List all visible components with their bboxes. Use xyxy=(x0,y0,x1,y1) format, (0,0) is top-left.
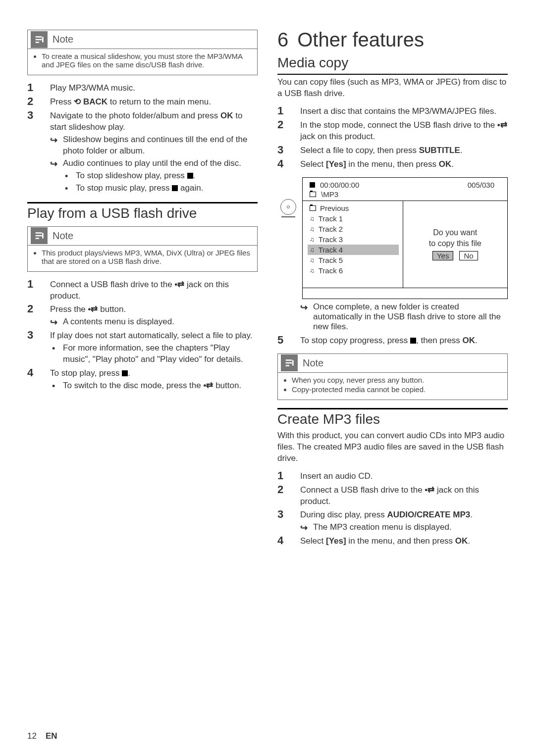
create-mp3-intro: With this product, you can convert audio… xyxy=(277,430,508,464)
screen-path: \MP3 xyxy=(321,190,338,199)
prompt-line: Do you want xyxy=(433,228,477,237)
note-box-copy: Note When you copy, never press any butt… xyxy=(277,353,508,400)
list-item: ♫Track 5 xyxy=(310,255,399,265)
list-item: ♫Track 1 xyxy=(310,213,399,224)
stop-icon xyxy=(410,338,416,344)
step-text: If play does not start automatically, se… xyxy=(50,329,258,365)
folder-icon xyxy=(310,192,316,197)
disc-shape-icon xyxy=(277,177,299,217)
stop-icon xyxy=(187,173,193,179)
note-icon xyxy=(281,354,298,371)
yes-button: Yes xyxy=(432,251,453,260)
usb-steps: 1Connect a USB flash drive to the •⇄ jac… xyxy=(27,278,258,392)
left-column: Note To create a musical slideshow, you … xyxy=(27,30,258,716)
note-item: Copy-protected media cannot be copied. xyxy=(292,385,501,394)
list-item-selected: ♫Track 4 xyxy=(308,245,399,255)
note-icon xyxy=(31,227,48,244)
step-text: Select [Yes] in the menu, then press OK. xyxy=(300,157,508,170)
page-language: EN xyxy=(46,731,57,741)
screen-track-list: Previous ♫Track 1 ♫Track 2 ♫Track 3 ♫Tra… xyxy=(303,201,403,288)
sub-arrow: Once complete, a new folder is created a… xyxy=(300,302,508,332)
create-mp3-heading: Create MP3 files xyxy=(277,408,508,427)
media-copy-heading: Media copy xyxy=(277,55,508,75)
right-column: 6Other features Media copy You can copy … xyxy=(277,30,508,716)
note-label: Note xyxy=(53,230,73,242)
step-text: Insert a disc that contains the MP3/WMA/… xyxy=(300,104,508,117)
sub-arrow: A contents menu is displayed. xyxy=(50,316,258,328)
usb-icon: •⇄ xyxy=(88,304,98,315)
step-text: During disc play, press AUDIO/CREATE MP3… xyxy=(300,508,508,533)
create-mp3-steps: 1Insert an audio CD. 2Connect a USB flas… xyxy=(277,469,508,548)
step-text: Connect a USB flash drive to the •⇄ jack… xyxy=(50,278,258,302)
sub-arrow: Slideshow begins and continues till the … xyxy=(50,134,258,157)
note-item: To create a musical slideshow, you must … xyxy=(42,52,251,69)
list-item: ♫Track 6 xyxy=(310,265,399,276)
no-button: No xyxy=(459,251,478,260)
page-number: 12 xyxy=(27,731,37,741)
note-item: When you copy, never press any button. xyxy=(292,376,501,384)
sub-bullet: To stop slideshow play, press . xyxy=(50,170,258,182)
step-text: Select [Yes] in the menu, and then press… xyxy=(300,534,508,547)
list-item: Previous xyxy=(310,203,399,213)
stop-icon xyxy=(122,370,128,376)
usb-icon: •⇄ xyxy=(425,485,434,496)
step-text: In the stop mode, connect the USB flash … xyxy=(300,118,508,143)
step-text: Play MP3/WMA music. xyxy=(50,81,258,94)
stop-icon xyxy=(172,185,178,191)
prompt-line: to copy this file xyxy=(429,239,482,248)
step-text: To stop play, press . To switch to the d… xyxy=(50,366,258,392)
chapter-heading: 6Other features xyxy=(277,29,508,51)
media-copy-steps: 1Insert a disc that contains the MP3/WMA… xyxy=(277,104,508,170)
step-text: Navigate to the photo folder/album and p… xyxy=(50,109,258,194)
usb-icon: •⇄ xyxy=(497,120,507,131)
step-text: Select a file to copy, then press SUBTIT… xyxy=(300,144,508,156)
music-note-icon: ♫ xyxy=(310,256,315,264)
page-footer: 12 EN xyxy=(27,716,508,741)
music-note-icon: ♫ xyxy=(310,236,315,243)
usb-icon: •⇄ xyxy=(174,279,184,291)
screen-panel: 00:00/00:00 005/030 \MP3 Previous ♫Track… xyxy=(302,177,508,299)
back-icon: ⟲ xyxy=(74,97,81,108)
music-note-icon: ♫ xyxy=(310,246,315,253)
step-text: Press the •⇄ button. A contents menu is … xyxy=(50,302,258,328)
sub-bullet: To stop music play, press again. xyxy=(50,183,258,194)
media-copy-intro: You can copy files (such as MP3, WMA or … xyxy=(277,77,508,100)
screen-illustration: 00:00/00:00 005/030 \MP3 Previous ♫Track… xyxy=(277,177,508,299)
list-item: ♫Track 2 xyxy=(310,224,399,234)
sub-arrow: The MP3 creation menu is displayed. xyxy=(300,522,508,533)
slideshow-steps: 1Play MP3/WMA music. 2Press ⟲ BACK to re… xyxy=(27,81,258,194)
sub-arrow: Audio continues to play until the end of… xyxy=(50,158,258,169)
screen-prompt: Do you want to copy this file Yes No xyxy=(403,201,507,288)
music-note-icon: ♫ xyxy=(310,225,315,233)
screen-time: 00:00/00:00 xyxy=(320,181,359,189)
step-text: Insert an audio CD. xyxy=(300,469,508,482)
note-icon xyxy=(31,31,48,48)
list-item: ♫Track 3 xyxy=(310,234,399,245)
usb-icon: •⇄ xyxy=(203,380,213,392)
usb-heading: Play from a USB flash drive xyxy=(27,202,258,221)
step-text: Press ⟲ BACK to return to the main menu. xyxy=(50,95,258,108)
note-box-slideshow: Note To create a musical slideshow, you … xyxy=(27,30,258,75)
screen-count: 005/030 xyxy=(468,181,502,189)
sub-bullet: To switch to the disc mode, press the •⇄… xyxy=(50,380,258,392)
note-label: Note xyxy=(303,357,323,369)
music-note-icon: ♫ xyxy=(310,267,315,274)
stop-icon xyxy=(310,182,315,188)
note-label: Note xyxy=(53,34,73,45)
note-item: This product plays/views MP3, WMA, DivX … xyxy=(42,249,251,265)
step-text: To stop copy progress, press , then pres… xyxy=(300,334,508,347)
media-copy-steps-cont: 5To stop copy progress, press , then pre… xyxy=(277,334,508,347)
step-text: Connect a USB flash drive to the •⇄ jack… xyxy=(300,483,508,507)
music-note-icon: ♫ xyxy=(310,215,315,222)
folder-icon xyxy=(310,205,316,211)
sub-bullet: For more information, see the chapters "… xyxy=(50,343,258,365)
note-box-usb: Note This product plays/views MP3, WMA, … xyxy=(27,226,258,272)
